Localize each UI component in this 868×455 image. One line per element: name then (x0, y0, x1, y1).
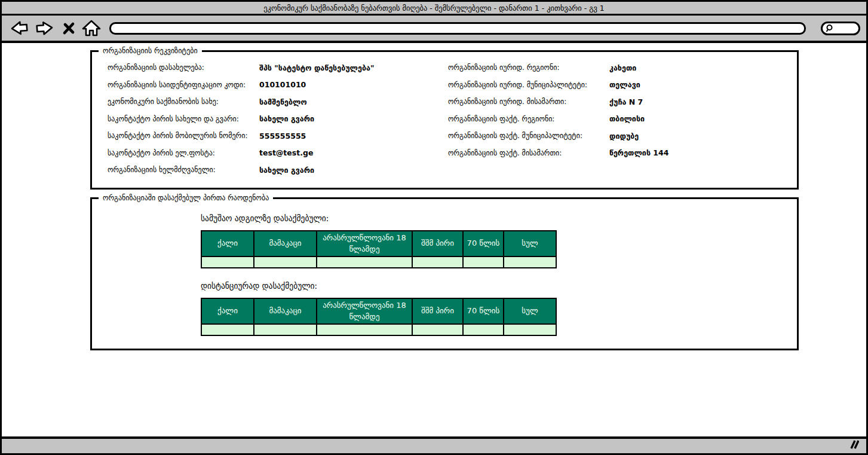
field-label: ორგანიზაციის ფაქტ. მისამართი: (448, 149, 609, 157)
field-value: წერეთლის 144 (609, 148, 668, 157)
table-row (201, 256, 556, 268)
field-label: ორგანიზაციის იურიდ. რეგიონი: (448, 63, 609, 72)
field-value: კახეთი (609, 63, 636, 72)
field-value: ქუჩა N 7 (609, 97, 643, 106)
search-icon (825, 24, 834, 33)
field-row: ეკონომიკური საქმიანობის სახე: სამშენებლო (108, 93, 374, 111)
status-bar (2, 436, 866, 453)
back-icon (8, 19, 29, 37)
cell-seniors-input[interactable] (463, 256, 504, 268)
field-row: ორგანიზაციის იურიდ. მუნიციპალიტეტი: თელა… (448, 77, 668, 94)
field-value: 555555555 (259, 132, 306, 141)
field-label: ორგანიზაციის ფაქტ. მუნიციპალიტეტი: (448, 132, 609, 140)
window-title: ეკონომიკურ საქმიანობაზე ნებართვის მიღება… (263, 4, 605, 13)
field-row: ორგანიზაციის ფაქტ. მუნიციპალიტეტი: დიდუბ… (448, 127, 668, 145)
cell-men-input[interactable] (254, 256, 317, 268)
field-value: თელავი (609, 80, 640, 89)
field-row: ორგანიზაციის საიდენტიფიკაციო კოდი: 01010… (108, 77, 374, 94)
field-label: ორგანიზაციის იურიდ. მუნიციპალიტეტი: (448, 81, 609, 89)
cell-women-input[interactable] (201, 256, 254, 268)
address-bar-input[interactable] (109, 22, 806, 35)
col-header-seniors: 70 წლის (463, 231, 504, 256)
field-row: ორგანიზაციის ფაქტ. რეგიონი: თბილისი (448, 111, 668, 128)
browser-window: ეკონომიკურ საქმიანობაზე ნებართვის მიღება… (0, 0, 868, 455)
window-titlebar: ეკონომიკურ საქმიანობაზე ნებართვის მიღება… (2, 2, 866, 16)
remote-employees-block: დისტანციურად დასაქმებული: ქალი მამაკაცი … (201, 281, 557, 336)
col-header-minors: არასრულწლოვანი 18 წლამდე (317, 298, 412, 324)
back-button[interactable] (8, 19, 29, 37)
forward-icon (35, 19, 56, 37)
onsite-employees-title: სამუშაო ადგილზე დასაქმებული: (201, 213, 557, 224)
field-row: საკონტაქტო პირის მობილურის ნომერი: 55555… (108, 127, 374, 145)
field-label: ორგანიზაციის დასახელება: (108, 63, 259, 72)
field-row: ორგანიზაციის იურიდ. მისამართი: ქუჩა N 7 (448, 93, 668, 111)
field-label: ორგანიზაციის ფაქტ. რეგიონი: (448, 115, 609, 123)
org-requisites-legend: ორგანიზაციის რეკვიზიტები (99, 47, 202, 56)
search-box[interactable] (821, 22, 860, 35)
table-header-row: ქალი მამაკაცი არასრულწლოვანი 18 წლამდე შ… (201, 298, 556, 324)
resize-grip-icon (847, 440, 859, 449)
field-row: ორგანიზაციის დასახელება: შპს "სატესტო და… (108, 59, 374, 77)
cell-seniors-input[interactable] (463, 324, 504, 335)
cell-total-input[interactable] (504, 256, 556, 268)
field-value: სამშენებლო (259, 97, 307, 106)
org-fields-right-column: ორგანიზაციის იურიდ. რეგიონი: კახეთი ორგა… (448, 59, 668, 161)
cell-women-input[interactable] (201, 324, 254, 335)
field-label: საკონტაქტო პირის ელ.ფოსტა: (108, 149, 259, 157)
field-label: ეკონომიკური საქმიანობის სახე: (108, 97, 259, 106)
col-header-women: ქალი (201, 298, 254, 324)
field-row: საკონტაქტო პირის სახელი და გვარი: სახელი… (108, 111, 374, 128)
stop-button[interactable] (62, 20, 76, 36)
stop-icon (62, 20, 76, 36)
col-header-seniors: 70 წლის (463, 298, 504, 324)
field-row: საკონტაქტო პირის ელ.ფოსტა: test@test.ge (108, 145, 374, 162)
home-button[interactable] (81, 19, 102, 37)
field-value: შპს "სატესტო დაწესებულება" (259, 63, 374, 72)
field-label: ორგანიზაციის საიდენტიფიკაციო კოდი: (108, 81, 259, 89)
page-content: ორგანიზაციის რეკვიზიტები ორგანიზაციის და… (2, 43, 866, 436)
home-icon (81, 19, 102, 37)
table-header-row: ქალი მამაკაცი არასრულწლოვანი 18 წლამდე შ… (201, 231, 556, 256)
onsite-employees-block: სამუშაო ადგილზე დასაქმებული: ქალი მამაკა… (201, 213, 557, 268)
cell-minors-input[interactable] (317, 256, 412, 268)
cell-minors-input[interactable] (317, 324, 412, 335)
onsite-employees-table: ქალი მამაკაცი არასრულწლოვანი 18 წლამდე შ… (201, 230, 557, 268)
resize-grip[interactable] (847, 440, 859, 451)
field-value: თბილისი (609, 114, 645, 123)
employees-count-legend: ორგანიზაციაში დასაქმებულ პირთა რაოდენობა (99, 194, 273, 203)
field-value: სახელი გვარი (259, 114, 314, 123)
col-header-minors: არასრულწლოვანი 18 წლამდე (317, 231, 412, 256)
remote-employees-title: დისტანციურად დასაქმებული: (201, 281, 557, 292)
field-value: სახელი გვარი (259, 166, 314, 175)
col-header-total: სულ (504, 231, 556, 256)
forward-button[interactable] (35, 19, 56, 37)
field-value: 010101010 (259, 80, 306, 89)
field-row: ორგანიზაციის იურიდ. რეგიონი: კახეთი (448, 59, 668, 77)
employees-count-fieldset: ორგანიზაციაში დასაქმებულ პირთა რაოდენობა… (90, 197, 799, 350)
field-row: ორგანიზაციის ხელმძღვანელი: სახელი გვარი (108, 161, 374, 179)
cell-disabled-input[interactable] (412, 324, 463, 335)
field-label: საკონტაქტო პირის მობილურის ნომერი: (108, 132, 259, 140)
col-header-women: ქალი (201, 231, 254, 256)
table-row (201, 324, 556, 335)
col-header-men: მამაკაცი (254, 298, 317, 324)
field-row: ორგანიზაციის ფაქტ. მისამართი: წერეთლის 1… (448, 145, 668, 162)
col-header-total: სულ (504, 298, 556, 324)
browser-toolbar (2, 16, 866, 43)
cell-men-input[interactable] (254, 324, 317, 335)
field-label: ორგანიზაციის ხელმძღვანელი: (108, 166, 259, 174)
field-label: ორგანიზაციის იურიდ. მისამართი: (448, 97, 609, 106)
cell-total-input[interactable] (504, 324, 556, 335)
field-value: დიდუბე (609, 132, 639, 141)
org-requisites-fieldset: ორგანიზაციის რეკვიზიტები ორგანიზაციის და… (90, 50, 799, 190)
remote-employees-table: ქალი მამაკაცი არასრულწლოვანი 18 წლამდე შ… (201, 298, 557, 336)
org-fields-left-column: ორგანიზაციის დასახელება: შპს "სატესტო და… (108, 59, 374, 179)
cell-disabled-input[interactable] (412, 256, 463, 268)
col-header-disabled: შშმ პირი (412, 231, 463, 256)
col-header-men: მამაკაცი (254, 231, 317, 256)
col-header-disabled: შშმ პირი (412, 298, 463, 324)
field-value: test@test.ge (259, 148, 313, 157)
field-label: საკონტაქტო პირის სახელი და გვარი: (108, 115, 259, 123)
